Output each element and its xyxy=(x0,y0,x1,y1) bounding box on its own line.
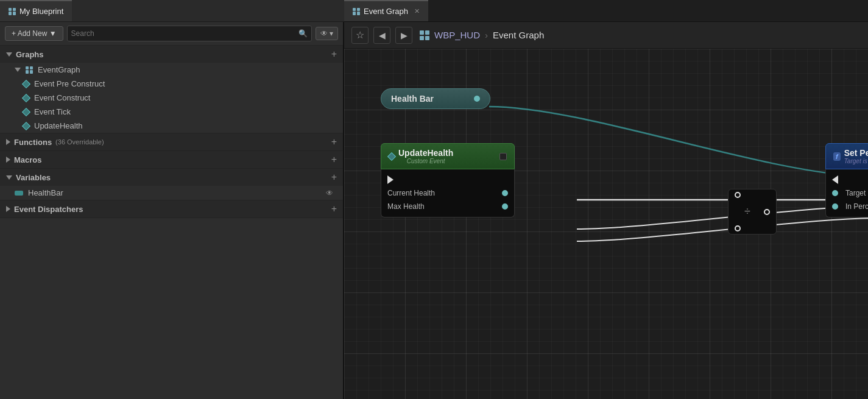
forward-button[interactable]: ▶ xyxy=(395,27,412,44)
event-graph-tab-icon xyxy=(353,8,360,15)
graphs-section-header[interactable]: Graphs + xyxy=(0,46,343,63)
healthbar-var-item[interactable]: HealthBar 👁 xyxy=(0,186,343,200)
target-is-label: Target is Progress Bar xyxy=(844,158,868,164)
event-tick-item[interactable]: Event Tick xyxy=(0,105,343,119)
healthbar-var-eye-icon[interactable]: 👁 xyxy=(326,189,333,197)
division-symbol: ÷ xyxy=(735,203,760,221)
breadcrumb-root[interactable]: WBP_HUD xyxy=(434,30,480,40)
event-dispatchers-title-row: Event Dispatchers xyxy=(6,205,83,214)
in-percent-pin-row: In Percent xyxy=(826,200,868,213)
update-health-node-icon xyxy=(387,152,396,160)
func-icon: f xyxy=(833,152,841,161)
in-percent-in-pin xyxy=(832,203,838,210)
eventgraph-item[interactable]: EventGraph xyxy=(0,63,343,77)
event-tick-icon xyxy=(22,107,30,116)
functions-expand-icon xyxy=(6,139,10,145)
div-top-input-row xyxy=(729,189,776,200)
event-construct-icon xyxy=(22,93,30,102)
max-health-pin-row: Max Health xyxy=(381,200,514,213)
breadcrumb-separator: › xyxy=(485,30,488,40)
blueprint-tab-icon xyxy=(9,8,16,15)
macros-section: Macros + xyxy=(0,151,343,169)
tab-my-blueprint[interactable]: My Blueprint xyxy=(0,0,72,21)
graph-canvas[interactable]: Health Bar UpdateHealth Custom Event xyxy=(344,49,868,399)
graphs-expand-icon xyxy=(6,52,12,57)
event-tick-label: Event Tick xyxy=(34,107,71,116)
graph-toolbar: ☆ ◀ ▶ WBP_HUD › Event Graph xyxy=(344,22,868,49)
macros-add-button[interactable]: + xyxy=(331,155,337,164)
update-health-node[interactable]: UpdateHealth Custom Event Current Health xyxy=(381,143,515,217)
set-percent-header: f Set Percent Target is Progress Bar xyxy=(825,143,868,169)
tab-close-icon[interactable]: ✕ xyxy=(414,7,420,15)
breadcrumb-icon xyxy=(420,30,429,40)
search-icon: 🔍 xyxy=(298,29,308,38)
div-symbol-row: ÷ xyxy=(729,200,776,223)
macros-label: Macros xyxy=(14,155,42,164)
target-pin-row: Target xyxy=(826,186,868,200)
div-bottom-in-pin xyxy=(735,225,741,231)
event-pre-construct-label: Event Pre Construct xyxy=(34,79,105,88)
div-top-in-pin xyxy=(735,192,741,198)
update-health-node-title: UpdateHealth xyxy=(398,148,453,158)
add-new-button[interactable]: + Add New ▼ xyxy=(5,26,63,41)
graphs-add-button[interactable]: + xyxy=(331,49,337,59)
variables-section-header[interactable]: Variables + xyxy=(0,169,343,186)
add-new-label: + Add New ▼ xyxy=(12,29,57,38)
event-dispatchers-label: Event Dispatchers xyxy=(14,205,83,214)
variables-section: Variables + HealthBar 👁 xyxy=(0,169,343,200)
functions-section: Functions (36 Overridable) + xyxy=(0,133,343,151)
left-tab-bar: My Blueprint xyxy=(0,0,344,22)
event-dispatchers-section-header[interactable]: Event Dispatchers + xyxy=(0,200,343,217)
functions-title-row: Functions (36 Overridable) xyxy=(6,138,104,147)
update-health-body: Current Health Max Health xyxy=(381,169,515,217)
set-percent-exec-in-pin xyxy=(832,175,838,184)
search-container: 🔍 xyxy=(67,26,312,41)
update-health-item[interactable]: UpdateHealth xyxy=(0,119,343,133)
update-health-checkbox[interactable] xyxy=(499,153,507,160)
functions-count: (36 Overridable) xyxy=(55,138,104,146)
tab-event-graph-label: Event Graph xyxy=(364,7,408,16)
event-pre-construct-item[interactable]: Event Pre Construct xyxy=(0,77,343,91)
div-out-pin xyxy=(764,209,770,215)
tab-my-blueprint-label: My Blueprint xyxy=(19,7,63,16)
current-health-label: Current Health xyxy=(387,189,498,197)
tab-event-graph[interactable]: Event Graph ✕ xyxy=(344,0,428,21)
exec-out-pin xyxy=(387,175,393,184)
search-input[interactable] xyxy=(71,29,298,38)
bookmark-button[interactable]: ☆ xyxy=(351,27,369,44)
variables-label: Variables xyxy=(16,173,51,182)
event-pre-construct-icon xyxy=(22,79,30,88)
macros-section-header[interactable]: Macros + xyxy=(0,151,343,168)
health-bar-node[interactable]: Health Bar xyxy=(381,88,490,109)
left-panel-toolbar: + Add New ▼ 🔍 👁 ▾ xyxy=(0,22,343,46)
event-construct-item[interactable]: Event Construct xyxy=(0,91,343,105)
update-health-label: UpdateHealth xyxy=(34,121,83,130)
breadcrumb-current: Event Graph xyxy=(493,30,544,40)
functions-section-header[interactable]: Functions (36 Overridable) + xyxy=(0,133,343,150)
division-node[interactable]: ÷ xyxy=(728,189,777,235)
top-bars: My Blueprint Event Graph ✕ xyxy=(0,0,868,22)
set-percent-exec-row xyxy=(826,173,868,186)
healthbar-var-color xyxy=(15,191,23,196)
set-percent-node[interactable]: f Set Percent Target is Progress Bar Ta xyxy=(825,143,868,217)
update-health-header-left: UpdateHealth Custom Event xyxy=(389,148,453,164)
in-percent-label: In Percent xyxy=(845,202,868,211)
visibility-button[interactable]: 👁 ▾ xyxy=(316,27,338,40)
max-health-label: Max Health xyxy=(387,202,498,211)
health-bar-output-pin xyxy=(474,96,480,102)
event-dispatchers-add-button[interactable]: + xyxy=(331,204,337,214)
target-in-pin xyxy=(832,190,838,196)
current-health-pin-row: Current Health xyxy=(381,186,514,200)
graphs-title-row: Graphs xyxy=(6,50,44,59)
eventgraph-label: EventGraph xyxy=(38,65,80,74)
tree-view: Graphs + EventGraph Event Pre Construct xyxy=(0,46,343,399)
variables-expand-icon xyxy=(6,175,12,180)
healthbar-var-label: HealthBar xyxy=(28,188,63,197)
back-button[interactable]: ◀ xyxy=(373,27,390,44)
macros-title-row: Macros xyxy=(6,155,42,164)
variables-add-button[interactable]: + xyxy=(331,172,337,182)
event-dispatchers-section: Event Dispatchers + xyxy=(0,200,343,218)
variables-title-row: Variables xyxy=(6,173,51,182)
update-health-title-block: UpdateHealth Custom Event xyxy=(398,148,453,164)
functions-add-button[interactable]: + xyxy=(331,137,337,147)
